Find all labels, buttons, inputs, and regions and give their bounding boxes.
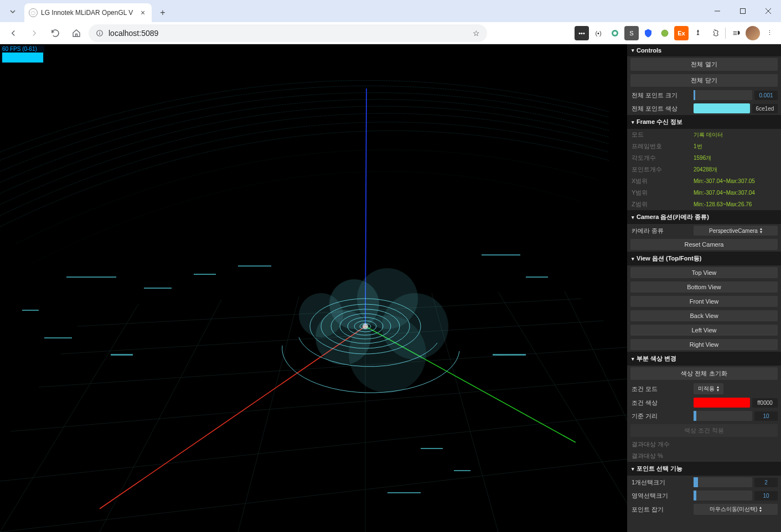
url-text: localhost:5089: [108, 29, 158, 38]
section-point-select-header[interactable]: ▾포인트 선택 기능: [627, 462, 781, 476]
section-view-header[interactable]: ▾View 옵션 (Top/Font등): [627, 252, 781, 265]
z-range-value: Min:-128.63~Max:26.76: [694, 201, 778, 207]
svg-line-13: [11, 379, 627, 431]
separator: [725, 28, 726, 39]
angle-count-value: 1596개: [694, 154, 778, 162]
open-all-button[interactable]: 전체 열기: [630, 58, 778, 71]
section-camera-header[interactable]: ▾Camera 옵션(카메라 종류): [627, 210, 781, 224]
svg-rect-41: [482, 254, 520, 255]
tab-favicon-icon: ◌: [29, 8, 38, 17]
svg-rect-37: [66, 277, 116, 278]
extension-icon[interactable]: [641, 26, 655, 40]
browser-tab[interactable]: ◌ LG Innotek MLiDAR OpenGL V ×: [24, 3, 152, 22]
control-panel[interactable]: ▾Controls 전체 열기 전체 닫기 전체 포인트 크기 0.001 전체…: [627, 44, 781, 532]
updown-icon: ▴▾: [717, 385, 719, 392]
extensions-menu-icon[interactable]: [707, 26, 722, 40]
section-frame-header[interactable]: ▾Frame 수신 정보: [627, 115, 781, 129]
condition-color-hex[interactable]: ff0000: [752, 398, 778, 408]
distance-value[interactable]: 10: [754, 411, 778, 421]
svg-line-22: [565, 291, 627, 420]
section-controls-header[interactable]: ▾Controls: [627, 44, 781, 56]
updown-icon: ▴▾: [760, 227, 762, 234]
camera-type-select[interactable]: PerspectiveCamera▴▾: [694, 226, 778, 236]
bottom-view-button[interactable]: Bottom View: [630, 281, 778, 293]
top-view-button[interactable]: Top View: [630, 267, 778, 278]
section-partial-color-header[interactable]: ▾부분 색상 변경: [627, 352, 781, 366]
svg-rect-45: [22, 310, 39, 311]
chevron-down-icon: ▾: [632, 48, 634, 53]
extension-icon[interactable]: Ex: [674, 26, 689, 40]
forward-button[interactable]: [25, 24, 43, 42]
back-view-button[interactable]: Back View: [630, 310, 778, 321]
window-controls: [705, 0, 781, 22]
tab-close-icon[interactable]: ×: [138, 8, 147, 17]
svg-rect-48: [454, 470, 470, 471]
extension-icon[interactable]: (•): [591, 26, 606, 40]
profile-avatar[interactable]: [746, 26, 760, 40]
chevron-down-icon: ▾: [632, 215, 634, 220]
point-color-hex[interactable]: 6ce1ed: [752, 104, 778, 113]
svg-point-6: [99, 31, 100, 32]
chevron-down-icon: ▾: [632, 119, 634, 125]
media-control-icon[interactable]: [729, 26, 743, 40]
frame-mode-value: 기록 데이터: [694, 131, 778, 139]
extension-icon[interactable]: [658, 26, 672, 40]
svg-point-9: [661, 30, 668, 36]
frame-number-value: 1번: [694, 143, 778, 150]
point-grab-select[interactable]: 마우스이동(미선택)▴▾: [694, 504, 778, 515]
address-bar[interactable]: localhost:5089 ☆: [89, 24, 487, 42]
apply-color-button[interactable]: 색상 조건 적용: [630, 424, 778, 437]
single-select-slider[interactable]: [694, 477, 752, 487]
pin-icon[interactable]: [691, 26, 705, 40]
app-content: 60 FPS (0-61): [0, 44, 781, 532]
reload-button[interactable]: [46, 24, 64, 42]
chevron-down-icon: ▾: [632, 356, 634, 362]
browser-titlebar: ◌ LG Innotek MLiDAR OpenGL V × +: [0, 0, 781, 22]
svg-line-15: [0, 459, 627, 532]
back-button[interactable]: [4, 24, 22, 42]
site-info-icon[interactable]: [95, 29, 104, 38]
condition-mode-select[interactable]: 미적용▴▾: [694, 383, 723, 394]
svg-rect-39: [194, 274, 216, 275]
new-tab-button[interactable]: +: [155, 5, 170, 20]
minimize-button[interactable]: [705, 0, 730, 22]
point-size-value[interactable]: 0.001: [754, 91, 778, 100]
svg-rect-46: [44, 337, 72, 338]
svg-line-18: [238, 296, 299, 532]
close-all-button[interactable]: 전체 닫기: [630, 74, 778, 87]
point-color-swatch[interactable]: [694, 103, 750, 113]
svg-point-34: [299, 293, 343, 337]
browser-menu-icon[interactable]: ⋮: [762, 26, 777, 40]
tab-list-dropdown[interactable]: [3, 3, 22, 20]
home-button[interactable]: [68, 24, 85, 42]
y-range-value: Min:-307.04~Max:307.04: [694, 190, 778, 196]
lidar-canvas[interactable]: 60 FPS (0-61): [0, 44, 627, 532]
updown-icon: ▴▾: [759, 506, 762, 513]
area-select-value[interactable]: 10: [754, 491, 778, 500]
reset-camera-button[interactable]: Reset Camera: [630, 239, 778, 250]
distance-slider[interactable]: [694, 411, 752, 421]
area-select-slider[interactable]: [694, 491, 752, 500]
svg-line-21: [498, 292, 627, 503]
bookmark-star-icon[interactable]: ☆: [472, 29, 480, 38]
reset-color-button[interactable]: 색상 전체 초기화: [630, 367, 778, 380]
condition-color-swatch[interactable]: [694, 398, 750, 408]
extension-icon[interactable]: [608, 26, 622, 40]
front-view-button[interactable]: Front View: [630, 296, 778, 307]
point-size-slider[interactable]: [694, 90, 752, 100]
right-view-button[interactable]: Right View: [630, 339, 778, 350]
tab-title: LG Innotek MLiDAR OpenGL V: [41, 9, 135, 17]
maximize-button[interactable]: [730, 0, 756, 22]
svg-rect-43: [111, 354, 133, 356]
x-range-value: Min:-307.04~Max:307.05: [694, 178, 778, 184]
extension-icon[interactable]: •••: [575, 26, 589, 40]
svg-rect-49: [387, 492, 421, 493]
svg-rect-38: [144, 288, 172, 289]
svg-rect-40: [238, 265, 271, 267]
close-window-button[interactable]: [756, 0, 781, 22]
extension-icon[interactable]: S: [624, 26, 639, 40]
left-view-button[interactable]: Left View: [630, 325, 778, 336]
single-select-value[interactable]: 2: [754, 478, 778, 487]
point-count-value: 204288개: [694, 166, 778, 174]
svg-rect-47: [421, 448, 443, 449]
